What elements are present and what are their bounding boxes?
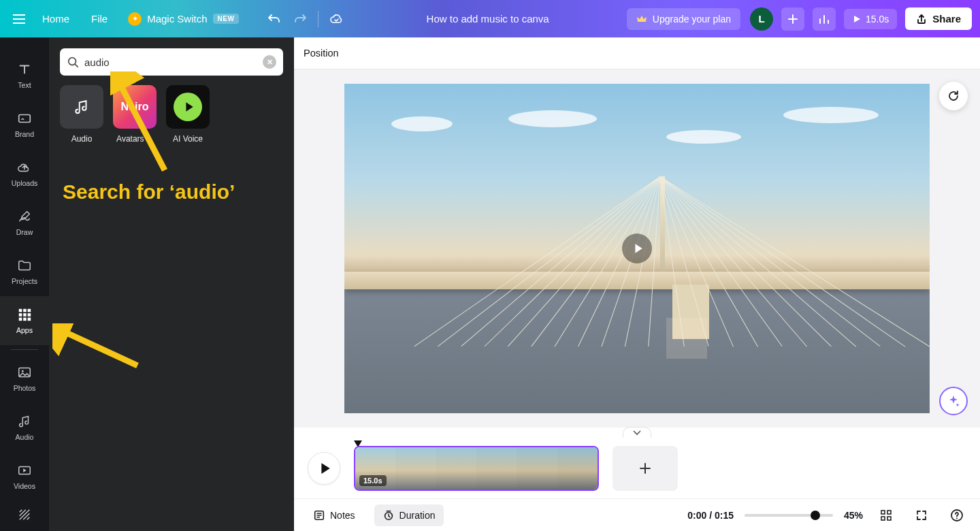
main-body: Text Brand Uploads Draw Projects Apps Ph… <box>0 37 980 531</box>
rail-label: Projects <box>12 277 37 285</box>
rail-label: Photos <box>14 384 36 392</box>
chevron-down-icon[interactable] <box>623 427 651 438</box>
annotation-arrow-icon <box>52 323 141 371</box>
search-results: Audio Neiro Avatars ... AI Voice <box>60 85 283 144</box>
present-duration-label: 15.0s <box>866 14 889 25</box>
redo-icon[interactable] <box>288 7 312 31</box>
upgrade-button[interactable]: Upgrade your plan <box>627 8 740 30</box>
rail-brand[interactable]: Brand <box>0 100 49 149</box>
svg-rect-20 <box>881 517 885 520</box>
top-bar: Home File ✦ Magic Switch NEW How to add … <box>0 0 980 37</box>
result-label: AI Voice <box>166 134 210 144</box>
history-actions <box>262 7 348 31</box>
svg-rect-6 <box>28 313 31 317</box>
rail-projects[interactable]: Projects <box>0 247 49 296</box>
help-icon[interactable] <box>945 503 969 528</box>
timeline-play-button[interactable] <box>308 452 340 485</box>
grid-view-icon[interactable] <box>874 503 898 528</box>
zoom-level: 45% <box>844 510 863 521</box>
add-clip-button[interactable] <box>612 446 678 491</box>
result-avatars[interactable]: Neiro Avatars ... <box>113 85 157 144</box>
svg-rect-18 <box>881 511 885 514</box>
rail-label: Uploads <box>12 179 38 187</box>
options-bar: Position <box>294 37 980 69</box>
result-thumb <box>166 85 210 129</box>
svg-rect-5 <box>23 313 27 317</box>
cloud-sync-icon[interactable] <box>324 7 348 31</box>
undo-icon[interactable] <box>262 7 287 31</box>
refresh-icon[interactable] <box>939 82 968 110</box>
rail-videos[interactable]: Videos <box>0 452 49 501</box>
svg-rect-2 <box>23 309 27 312</box>
search-icon <box>67 56 79 68</box>
clear-search-icon[interactable]: ✕ <box>263 55 276 69</box>
clip-container: 15.0s <box>354 446 599 491</box>
hamburger-menu-icon[interactable] <box>8 8 30 30</box>
canvas-area: Position <box>294 37 980 531</box>
file-button[interactable]: File <box>82 7 117 30</box>
rail-uploads[interactable]: Uploads <box>0 149 49 198</box>
music-note-icon <box>73 98 91 116</box>
rail-apps[interactable]: Apps <box>0 296 49 345</box>
add-member-button[interactable] <box>781 7 804 31</box>
video-frame[interactable] <box>344 84 930 413</box>
share-label: Share <box>932 13 961 25</box>
rail-draw[interactable]: Draw <box>0 198 49 247</box>
canvas-stage[interactable] <box>294 69 980 428</box>
document-title[interactable]: How to add music to canva <box>413 13 563 25</box>
rail-label: Text <box>18 81 31 89</box>
svg-point-13 <box>69 58 76 65</box>
magic-sparkle-icon[interactable] <box>939 387 968 415</box>
photos-icon <box>17 365 32 380</box>
search-input[interactable] <box>84 57 257 68</box>
rail-text[interactable]: Text <box>0 51 49 100</box>
rail-separator <box>11 349 38 350</box>
play-icon <box>852 14 862 24</box>
analytics-icon[interactable] <box>813 7 836 31</box>
result-audio[interactable]: Audio <box>60 85 103 144</box>
rail-more[interactable] <box>0 501 49 528</box>
avatar[interactable]: L <box>750 7 773 31</box>
timeline-clip[interactable]: 15.0s <box>354 446 599 491</box>
magic-switch-icon: ✦ <box>128 12 142 26</box>
separator <box>318 11 318 27</box>
position-button[interactable]: Position <box>304 48 339 59</box>
svg-line-15 <box>58 329 137 366</box>
home-button[interactable]: Home <box>33 7 79 30</box>
brand-icon <box>17 111 32 126</box>
magic-switch-button[interactable]: ✦ Magic Switch NEW <box>120 8 247 30</box>
background-icon <box>17 507 32 522</box>
draw-icon <box>17 209 32 224</box>
share-button[interactable]: Share <box>905 7 972 30</box>
annotation-text: Search for ‘audio’ <box>63 180 235 204</box>
duration-button[interactable]: Duration <box>374 504 444 526</box>
text-icon <box>17 62 32 77</box>
svg-rect-21 <box>887 517 891 520</box>
upgrade-label: Upgrade your plan <box>653 14 731 25</box>
zoom-slider[interactable] <box>745 514 833 517</box>
slider-knob[interactable] <box>811 511 820 520</box>
svg-rect-3 <box>28 309 31 312</box>
rail-audio[interactable]: Audio <box>0 403 49 452</box>
present-duration-button[interactable]: 15.0s <box>844 9 897 29</box>
play-overlay-icon[interactable] <box>622 234 652 263</box>
clip-duration-label: 15.0s <box>359 475 387 486</box>
result-thumb <box>60 85 103 129</box>
result-label: Avatars ... <box>113 134 157 144</box>
svg-rect-0 <box>19 115 31 123</box>
videos-icon <box>17 463 32 478</box>
search-field[interactable]: ✕ <box>60 48 283 76</box>
svg-rect-4 <box>19 313 22 317</box>
bottom-bar: Notes Duration 0:00 / 0:15 45% <box>294 498 980 531</box>
crown-icon <box>636 14 647 25</box>
fullscreen-icon[interactable] <box>909 503 934 528</box>
rail-label: Brand <box>15 130 34 138</box>
magic-switch-label: Magic Switch <box>147 13 207 25</box>
notes-button[interactable]: Notes <box>305 504 363 526</box>
result-aivoice[interactable]: AI Voice <box>166 85 210 144</box>
nav-rail: Text Brand Uploads Draw Projects Apps Ph… <box>0 37 49 531</box>
rail-label: Audio <box>16 433 34 441</box>
svg-rect-9 <box>28 318 31 321</box>
svg-rect-8 <box>23 318 27 321</box>
rail-photos[interactable]: Photos <box>0 354 49 403</box>
